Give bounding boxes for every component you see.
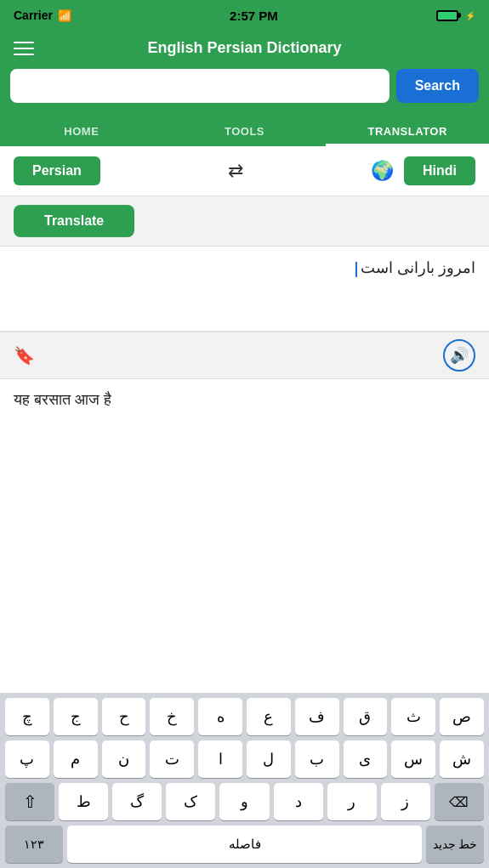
app-title: English Persian Dictionary (147, 39, 341, 57)
shift-key[interactable]: ⇧ (5, 783, 54, 820)
key-label: ث (407, 707, 421, 726)
key-label: ی (359, 750, 371, 769)
key-he[interactable]: ح (102, 698, 146, 735)
key-mim[interactable]: م (54, 740, 98, 778)
key-label: ر (348, 792, 355, 811)
speaker-button[interactable]: 🔊 (443, 339, 475, 372)
key-pe[interactable]: پ (5, 740, 49, 778)
tab-translator[interactable]: TRANSLATOR (326, 115, 489, 146)
wifi-icon: 📶 (58, 9, 71, 22)
output-toolbar: 🔖 🔊 (0, 332, 489, 379)
key-label: ل (263, 750, 274, 769)
key-lam[interactable]: ل (247, 740, 291, 778)
hamburger-line (14, 48, 34, 49)
key-ye[interactable]: ی (344, 740, 388, 778)
key-label: ص (452, 707, 471, 726)
key-label: ح (119, 707, 129, 726)
search-button[interactable]: Search (396, 69, 479, 103)
key-label: پ (20, 750, 34, 769)
keyboard-row-1: چ ج ح خ ه ع ف ق ث ص (0, 693, 489, 735)
target-language-button[interactable]: Hindi (404, 156, 475, 185)
input-text: امروز بارانی است (361, 259, 475, 276)
key-label: ز (401, 792, 409, 811)
input-text-area[interactable]: امروز بارانی است (0, 247, 489, 332)
key-vav[interactable]: و (219, 783, 269, 820)
key-label: ب (310, 750, 324, 769)
globe-icon: 🌍 (371, 160, 394, 181)
key-label: م (71, 750, 80, 769)
keyboard-row-2: پ م ن ت ا ل ب ی س ش (0, 735, 489, 778)
speaker-icon: 🔊 (450, 346, 469, 365)
key-label: ق (359, 707, 371, 726)
key-label: ف (309, 707, 325, 726)
keyboard: چ ج ح خ ه ع ف ق ث ص پ م ن ت ا ل ب ی س ش … (0, 693, 489, 868)
status-time: 2:57 PM (230, 9, 278, 23)
output-text: यह बरसात आज है (14, 391, 111, 408)
translate-row: Translate (0, 196, 489, 247)
key-dal[interactable]: د (274, 783, 323, 820)
key-sad[interactable]: ص (440, 698, 484, 735)
status-left: Carrier 📶 (14, 9, 71, 22)
key-che[interactable]: چ (5, 698, 49, 735)
tab-tools[interactable]: TOOLS (163, 115, 327, 146)
key-je[interactable]: ج (54, 698, 98, 735)
key-kaf[interactable]: ک (166, 783, 215, 820)
return-key[interactable]: خط جدید (426, 825, 484, 863)
status-right: ⚡ (436, 10, 475, 21)
swap-icon: ⇄ (228, 160, 243, 181)
keyboard-row-4: ۱۲۳ فاصله خط جدید (0, 820, 489, 868)
key-be[interactable]: ب (295, 740, 339, 778)
key-label: ش (452, 750, 471, 769)
search-bar: Search (0, 69, 489, 115)
battery-bolt: ⚡ (465, 11, 475, 20)
text-cursor (355, 262, 357, 277)
backspace-key[interactable]: ⌫ (435, 783, 484, 820)
key-label: ن (118, 750, 129, 769)
globe-button[interactable]: 🌍 (371, 160, 394, 182)
key-ha[interactable]: ه (198, 698, 242, 735)
output-text-area: यह बरसात आज है (0, 379, 489, 456)
backspace-icon: ⌫ (449, 794, 469, 810)
app-header: English Persian Dictionary (0, 31, 489, 69)
language-row: Persian ⇄ 🌍 Hindi (0, 146, 489, 196)
tab-home[interactable]: HOME (0, 115, 163, 146)
key-gaf[interactable]: گ (112, 783, 162, 820)
key-sin[interactable]: س (391, 740, 435, 778)
hamburger-button[interactable] (14, 42, 34, 55)
key-se[interactable]: ث (391, 698, 435, 735)
keyboard-row-3: ⇧ ط گ ک و د ر ز ⌫ (0, 778, 489, 820)
swap-button[interactable]: ⇄ (111, 160, 361, 182)
key-label: و (241, 792, 248, 811)
key-label: ج (71, 707, 81, 726)
key-nun[interactable]: ن (102, 740, 146, 778)
key-label: خ (167, 707, 177, 726)
key-khe[interactable]: خ (150, 698, 194, 735)
key-qaf[interactable]: ق (344, 698, 388, 735)
key-label: ع (264, 707, 273, 726)
key-fe[interactable]: ف (295, 698, 339, 735)
key-re[interactable]: ر (327, 783, 377, 820)
space-key[interactable]: فاصله (67, 825, 422, 863)
bookmark-button[interactable]: 🔖 (14, 345, 35, 366)
status-bar: Carrier 📶 2:57 PM ⚡ (0, 0, 489, 31)
key-label: ه (217, 707, 225, 726)
key-ze[interactable]: ز (381, 783, 430, 820)
key-label: ت (165, 750, 179, 769)
speaker-circle: 🔊 (443, 339, 475, 372)
key-label: ک (184, 792, 197, 811)
translator-section: Persian ⇄ 🌍 Hindi Translate امروز بارانی… (0, 146, 489, 456)
bookmark-icon: 🔖 (14, 346, 35, 365)
key-shin[interactable]: ش (440, 740, 484, 778)
key-ain[interactable]: ع (247, 698, 291, 735)
shift-icon: ⇧ (23, 791, 37, 812)
carrier-label: Carrier (14, 9, 53, 22)
search-input[interactable] (10, 69, 389, 103)
key-label: ا (219, 750, 223, 769)
key-te[interactable]: ت (150, 740, 194, 778)
numbers-key[interactable]: ۱۲۳ (5, 825, 63, 863)
key-label: د (295, 792, 302, 811)
key-ta[interactable]: ط (59, 783, 108, 820)
key-alef[interactable]: ا (198, 740, 242, 778)
translate-button[interactable]: Translate (14, 205, 134, 237)
source-language-button[interactable]: Persian (14, 156, 100, 185)
